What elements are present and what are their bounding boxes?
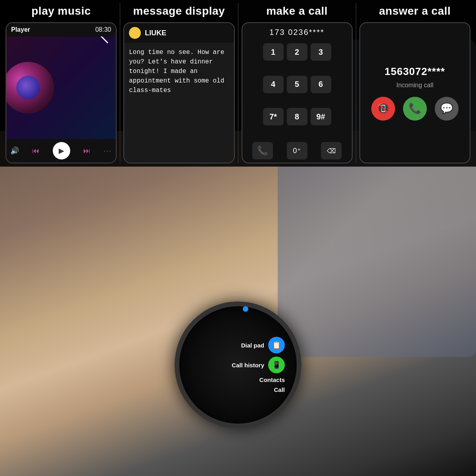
message-screen: LIUKE Long time no see. How are you? Let… <box>123 22 234 163</box>
music-header: Player 08:30 <box>6 23 116 36</box>
make-call-label: make a call <box>266 3 328 19</box>
key-4[interactable]: 4 <box>263 76 284 93</box>
vinyl-needle <box>96 36 108 44</box>
watch-face: Dial pad 📋 Call history 📱 Contacts Call <box>175 301 301 428</box>
key-7[interactable]: 7* <box>263 108 284 125</box>
dial-call-button[interactable]: 📞 <box>252 142 273 159</box>
next-button[interactable]: ⏭ <box>83 147 90 155</box>
divider-2 <box>238 3 238 163</box>
call-label: Call <box>274 386 285 393</box>
divider-3 <box>356 3 356 163</box>
answer-screen: 1563072**** Incoming call 📵 📞 💬 <box>359 22 470 163</box>
incoming-call-label: Incoming call <box>396 82 433 89</box>
call-history-label: Call history <box>232 362 264 369</box>
watch-menu-dial-pad[interactable]: Dial pad 📋 <box>241 337 285 353</box>
answer-call-section: answer a call 1563072**** Incoming call … <box>357 3 473 163</box>
play-music-label: play music <box>31 3 91 19</box>
make-call-section: make a call 173 0236**** 1 2 3 4 5 6 7* … <box>239 3 355 163</box>
key-6[interactable]: 6 <box>311 76 331 93</box>
sender-avatar <box>129 27 141 39</box>
play-button[interactable]: ▶ <box>53 142 70 159</box>
dial-grid: 1 2 3 4 5 6 7* 8 9# <box>258 42 336 139</box>
dial-pad-icon: 📋 <box>268 337 285 353</box>
vinyl-disc <box>6 62 54 113</box>
prev-button[interactable]: ⏮ <box>32 147 39 155</box>
dial-bottom-row: 📞 0⁺ ⌫ <box>242 139 352 163</box>
play-icon: ▶ <box>59 146 64 155</box>
play-music-section: play music Player 08:30 🔊 ⏮ ▶ ⏭ ··· <box>3 3 119 163</box>
sender-name: LIUKE <box>145 29 166 37</box>
accept-button[interactable]: 📞 <box>403 97 427 121</box>
music-screen: Player 08:30 🔊 ⏮ ▶ ⏭ ··· <box>6 22 117 163</box>
watch-menu-contacts[interactable]: Contacts <box>259 376 285 383</box>
message-reply-button[interactable]: 💬 <box>435 97 459 121</box>
watch-dot-indicator <box>243 306 248 312</box>
call-action-buttons: 📵 📞 💬 <box>371 97 459 121</box>
music-controls: 🔊 ⏮ ▶ ⏭ ··· <box>6 139 116 163</box>
vinyl-center <box>16 76 40 100</box>
player-title: Player <box>11 26 30 33</box>
message-body: Long time no see. How are you? Let's hav… <box>124 43 234 163</box>
key-0[interactable]: 0⁺ <box>287 142 307 159</box>
message-header: LIUKE <box>124 23 234 43</box>
message-label: message display <box>133 3 225 19</box>
key-5[interactable]: 5 <box>287 76 307 93</box>
key-1[interactable]: 1 <box>263 43 284 61</box>
watch-menu-call[interactable]: Call <box>274 386 285 393</box>
divider-1 <box>120 3 120 163</box>
key-8[interactable]: 8 <box>287 108 307 125</box>
call-history-icon: 📱 <box>268 357 285 373</box>
watch-container: Dial pad 📋 Call history 📱 Contacts Call <box>175 301 301 428</box>
ui-panels: play music Player 08:30 🔊 ⏮ ▶ ⏭ ··· <box>0 0 476 167</box>
music-artwork <box>6 36 116 139</box>
key-9[interactable]: 9# <box>311 108 331 125</box>
incoming-number: 1563072**** <box>385 65 445 78</box>
answer-call-label: answer a call <box>379 3 451 19</box>
dial-screen: 173 0236**** 1 2 3 4 5 6 7* 8 9# 📞 0⁺ ⌫ <box>242 22 353 163</box>
key-2[interactable]: 2 <box>287 43 307 61</box>
more-button[interactable]: ··· <box>104 147 112 155</box>
decline-button[interactable]: 📵 <box>371 97 395 121</box>
contacts-label: Contacts <box>259 376 285 383</box>
player-time: 08:30 <box>95 26 111 33</box>
key-delete[interactable]: ⌫ <box>321 142 342 159</box>
watch-menu-call-history[interactable]: Call history 📱 <box>232 357 285 373</box>
volume-button[interactable]: 🔊 <box>10 146 19 155</box>
dial-number-display: 173 0236**** <box>265 23 329 42</box>
key-3[interactable]: 3 <box>311 43 331 61</box>
dial-pad-label: Dial pad <box>241 342 264 349</box>
message-section: message display LIUKE Long time no see. … <box>121 3 237 163</box>
